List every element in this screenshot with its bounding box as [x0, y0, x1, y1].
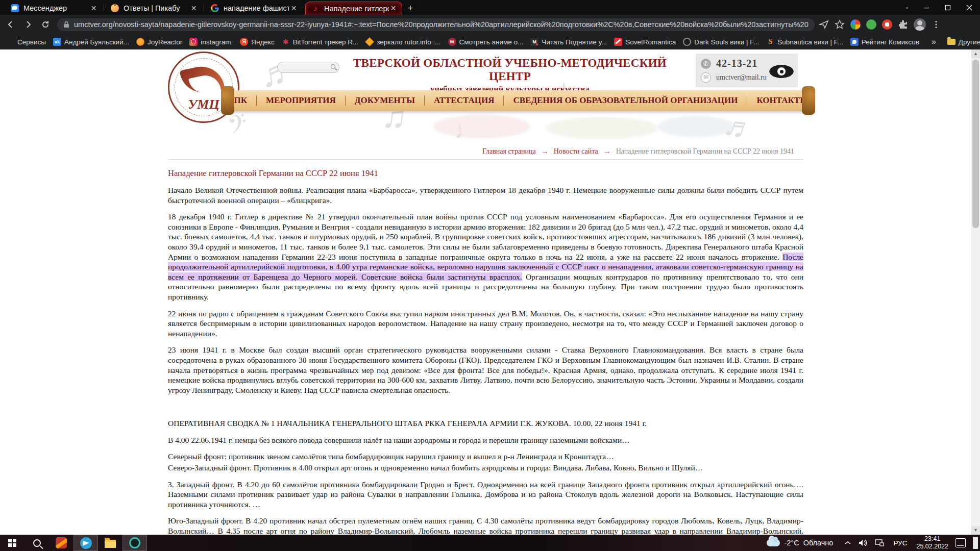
weather-condition: Облачно [803, 539, 834, 547]
bookmark-darksouls-wiki[interactable]: Dark Souls вики | F... [683, 38, 759, 46]
close-button[interactable] [959, 0, 980, 15]
anime-site-icon: M [448, 38, 456, 46]
taskbar-ccleaner-button[interactable] [49, 535, 74, 551]
article: Нападение гитлеровской Германии на СССР … [168, 168, 803, 535]
screen: Мессенджер ✕ Ответы | Пикабу ✕ нападение… [0, 0, 980, 551]
article-paragraph: 23 июня 1941 г. в Москве был создан высш… [168, 345, 803, 395]
tab-title: нападение фашистской герман [224, 4, 289, 12]
bookmark-anime[interactable]: MСмотреть аниме о... [448, 38, 524, 46]
bookmark-rutor[interactable]: зеркало rutor.info :... [365, 38, 440, 46]
nav-item-contacts[interactable]: КОНТАКТЫ [747, 95, 817, 106]
scrollbar-down-icon[interactable]: ▼ [971, 526, 980, 535]
tab-messenger[interactable]: Мессенджер ✕ [5, 2, 102, 15]
browser-app-icon [129, 537, 140, 548]
ccleaner-icon [56, 537, 67, 548]
article-paragraph: Северный фронт: противник звеном самолёт… [168, 452, 803, 462]
back-icon[interactable] [4, 18, 17, 31]
rutor-icon [365, 37, 374, 46]
adblock-extension-icon[interactable] [866, 19, 876, 30]
nav-item-attestation[interactable]: АТТЕСТАЦИЯ [424, 95, 504, 106]
maximize-button[interactable] [937, 0, 959, 15]
window-controls [916, 0, 980, 15]
show-desktop-button[interactable] [973, 537, 978, 549]
bookmark-star-icon[interactable] [835, 19, 845, 30]
system-tray [839, 539, 889, 546]
search-icon [33, 539, 41, 547]
taskbar-clock[interactable]: 23:41 25.02.2022 [911, 535, 953, 550]
reload-icon[interactable] [39, 18, 52, 31]
tab-separator [104, 4, 104, 11]
bookmark-comics-rating[interactable]: Рейтинг Комиксов [850, 38, 919, 46]
article-paragraph: Северо-Западный фронт. Противник в 4.00 … [168, 463, 803, 473]
start-button[interactable] [0, 535, 24, 551]
tab-close-icon[interactable]: ✕ [289, 4, 298, 13]
page-scrollbar[interactable]: ▲ ▼ [971, 49, 980, 535]
bookmark-services[interactable]: Сервисы [6, 38, 46, 46]
site-title: ТВЕРСКОЙ ОБЛАСТНОЙ УЧЕБНО-МЕТОДИЧЕСКИЙ Ц… [331, 57, 689, 83]
breadcrumb-home[interactable]: Главная страница [482, 147, 536, 155]
accessibility-eye-button[interactable] [769, 63, 796, 80]
extensions-puzzle-icon[interactable] [898, 19, 908, 30]
site-search-input[interactable] [277, 62, 339, 73]
nav-item-kpk[interactable]: КПК [218, 95, 256, 106]
network-icon[interactable] [875, 539, 884, 546]
bookmark-bittorrent[interactable]: ✱BitTorrent трекер R... [282, 38, 359, 46]
nav-item-documents[interactable]: ДОКУМЕНТЫ [345, 95, 424, 106]
telegram-icon [80, 537, 92, 549]
peach-favicon-icon [111, 4, 119, 12]
volume-icon[interactable] [859, 539, 868, 546]
tab-active-umctver[interactable]: ♪ Нападение гитлеровской Герма ✕ [305, 2, 402, 15]
taskbar-browser-button[interactable] [122, 535, 147, 551]
send-to-devices-icon[interactable] [819, 19, 829, 30]
tab-title: Нападение гитлеровской Герма [324, 5, 389, 13]
article-title: Нападение гитлеровской Германии на СССР … [168, 168, 803, 179]
bookmark-yandex[interactable]: ЯЯндекс [240, 38, 274, 46]
bookmark-instagram[interactable]: instagram. [189, 38, 233, 46]
notification-center-icon[interactable] [955, 538, 966, 547]
bookmarks-overflow-chevron[interactable]: » [932, 37, 936, 46]
mail-extension-icon[interactable] [882, 19, 892, 30]
language-indicator[interactable]: РУС [889, 539, 911, 547]
breadcrumb: Главная страница → Новости сайта → Напад… [168, 147, 803, 156]
bookmark-subnautica-wiki[interactable]: SSubnautica вики | F... [766, 38, 843, 46]
vk-icon: vk [53, 38, 61, 46]
kebab-menu-icon[interactable] [932, 20, 941, 29]
weather-temp: -2°C [784, 539, 799, 547]
hidden-icons-chevron-icon[interactable] [844, 540, 851, 545]
tab-close-icon[interactable]: ✕ [389, 4, 398, 13]
extension-icon[interactable] [850, 19, 861, 30]
taskbar-explorer-button[interactable] [98, 535, 122, 551]
email-address[interactable]: umctver@mail.ru [716, 73, 767, 82]
tab-close-icon[interactable]: ✕ [89, 4, 98, 13]
other-bookmarks-button[interactable]: Другие закладки [947, 38, 980, 46]
taskbar-search-button[interactable] [24, 535, 49, 551]
profile-avatar[interactable] [914, 18, 926, 31]
tab-google-search[interactable]: нападение фашистской герман ✕ [205, 2, 302, 15]
bookmark-joyreactor[interactable]: JoyReactor [136, 38, 182, 46]
tab-pikabu[interactable]: Ответы | Пикабу ✕ [105, 2, 202, 15]
nav-item-events[interactable]: МЕРОПРИЯТИЯ [256, 95, 345, 106]
taskbar-telegram-button[interactable] [74, 535, 98, 551]
tab-search-chevron-icon[interactable]: ⌄ [901, 4, 913, 12]
nav-item-org-info[interactable]: СВЕДЕНИЯ ОБ ОБРАЗОВАТЕЛЬНОЙ ОРГАНИЗАЦИИ [503, 95, 747, 106]
phone-number: 42-13-21 [716, 58, 757, 69]
tab-close-icon[interactable]: ✕ [189, 4, 198, 13]
messenger-favicon-icon [11, 4, 19, 12]
new-tab-button[interactable]: + [404, 3, 416, 15]
weather-widget[interactable]: -2°C Облачно [761, 535, 839, 551]
bookmark-vk[interactable]: vkАндрей Буяльский... [53, 38, 129, 46]
bookmark-manga[interactable]: МЧитать Поднятие у... [530, 38, 607, 46]
taskbar: -2°C Облачно РУС 23:41 25.02.2022 [0, 535, 980, 551]
scrollbar-thumb[interactable] [972, 60, 979, 228]
bookmark-sovetromantica[interactable]: SovetRomantica [614, 38, 676, 46]
site-title-block: ТВЕРСКОЙ ОБЛАСТНОЙ УЧЕБНО-МЕТОДИЧЕСКИЙ Ц… [331, 57, 689, 94]
breadcrumb-news[interactable]: Новости сайта [554, 147, 598, 155]
article-paragraph: 22 июня по радио с обращением к граждана… [168, 309, 803, 339]
url-bar[interactable]: umctver.org/novosti-sayta/napadenie-gitl… [57, 18, 815, 31]
forward-icon[interactable] [21, 18, 35, 31]
minimize-button[interactable] [916, 0, 937, 15]
eye-icon [769, 65, 794, 78]
scrollbar-up-icon[interactable]: ▲ [971, 49, 980, 58]
manga-site-icon: М [530, 38, 538, 46]
folder-icon [947, 39, 955, 45]
